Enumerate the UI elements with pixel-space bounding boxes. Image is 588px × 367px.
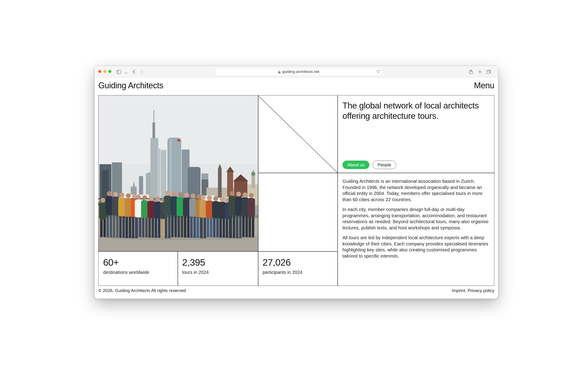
close-window-button[interactable] (98, 70, 101, 73)
diagonal-graphic-cell (258, 95, 337, 173)
footer-links[interactable]: Imprint, Privacy policy (452, 288, 494, 293)
address-bar[interactable]: guiding-architects.net (215, 68, 382, 76)
hero-cell: The global network of local architects o… (337, 95, 494, 173)
new-tab-icon[interactable] (477, 69, 483, 75)
minimize-window-button[interactable] (103, 70, 106, 73)
stat-tours: 2,395 tours in 2024 (178, 251, 258, 286)
people-button[interactable]: People (372, 161, 396, 169)
back-icon[interactable] (131, 69, 137, 75)
stat-label: participants in 2024 (262, 270, 337, 275)
site-footer: © 2026, Guiding Architects All rights re… (98, 288, 494, 293)
sidebar-icon[interactable] (116, 69, 121, 75)
section-tabs: About us People (342, 161, 396, 169)
zoom-window-button[interactable] (108, 70, 111, 73)
stat-participants: 27,026 participants in 2024 (258, 251, 337, 286)
stat-value: 2,395 (182, 257, 258, 268)
tab-overview-icon[interactable] (486, 69, 491, 75)
site-logo[interactable]: Guiding Architects (98, 81, 163, 90)
about-paragraph: All tours are led by independent local a… (342, 235, 489, 259)
diagonal-line (258, 95, 337, 173)
browser-window: guiding-architects.net (95, 66, 498, 299)
browser-toolbar: guiding-architects.net (95, 66, 498, 77)
stat-label: destinations worldwide (103, 270, 178, 275)
chevron-down-icon[interactable] (123, 70, 129, 75)
reload-icon[interactable] (376, 69, 380, 74)
window-controls (98, 70, 111, 73)
stat-value: 27,026 (262, 257, 337, 268)
desktop-background: guiding-architects.net (0, 0, 588, 367)
stat-value: 60+ (103, 257, 178, 268)
address-bar-url: guiding-architects.net (282, 69, 320, 74)
frankfurt-skyline-photo (99, 95, 258, 251)
team-photo (99, 95, 258, 251)
stat-label: tours in 2024 (182, 270, 258, 275)
about-us-button[interactable]: About us (342, 161, 369, 169)
stat-destinations: 60+ destinations worldwide (99, 251, 178, 286)
hero-heading: The global network of local architects o… (342, 100, 480, 121)
forward-icon[interactable] (139, 69, 145, 75)
about-paragraph: Guiding Architects is an international a… (342, 178, 489, 202)
content-grid: The global network of local architects o… (98, 95, 494, 286)
copyright-text: © 2026, Guiding Architects All rights re… (98, 288, 186, 293)
about-text-cell: Guiding Architects is an international a… (337, 173, 494, 286)
lock-icon (278, 70, 281, 74)
menu-button[interactable]: Menu (474, 81, 494, 90)
about-paragraph: In each city, member companies design fu… (342, 206, 489, 231)
share-icon[interactable] (468, 69, 474, 75)
